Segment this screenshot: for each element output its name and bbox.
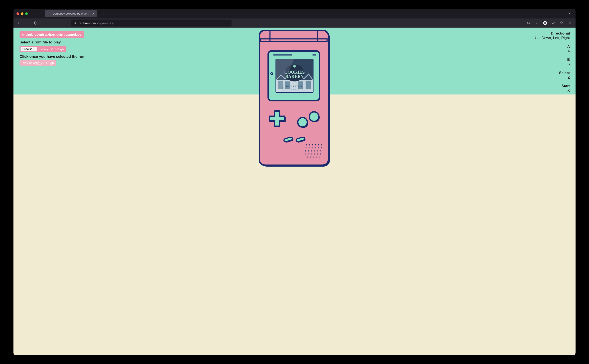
a-button[interactable]: [309, 112, 320, 122]
account-avatar-icon: R: [543, 21, 547, 25]
svg-rect-25: [306, 81, 311, 89]
svg-point-61: [307, 156, 308, 158]
file-input[interactable]: Browse... bakery_v1.0.3.gb: [19, 46, 66, 52]
svg-point-26: [293, 65, 296, 68]
svg-point-42: [321, 144, 322, 145]
svg-point-40: [315, 144, 316, 145]
svg-point-46: [315, 148, 316, 149]
game-press-start: PRESS START: [286, 85, 302, 88]
controls-start-hdr: Start: [535, 84, 570, 88]
controls-b: S: [568, 62, 570, 66]
window-zoom-icon[interactable]: [25, 12, 28, 15]
browse-button[interactable]: Browse...: [20, 47, 37, 52]
github-link[interactable]: github.com/raphamorim/gameboy: [19, 31, 84, 38]
search-icon: [73, 21, 77, 25]
svg-point-62: [310, 156, 311, 158]
svg-point-43: [306, 148, 307, 149]
eyedropper-button[interactable]: [550, 20, 557, 26]
downloads-button[interactable]: [533, 20, 540, 26]
svg-point-54: [320, 150, 321, 152]
svg-point-37: [306, 144, 307, 145]
svg-point-57: [311, 154, 312, 155]
extensions-button[interactable]: [558, 20, 565, 26]
svg-point-53: [317, 150, 318, 152]
svg-point-59: [317, 154, 318, 155]
svg-point-45: [312, 148, 313, 149]
svg-point-32: [298, 117, 307, 127]
svg-point-51: [311, 150, 312, 152]
svg-point-65: [319, 156, 321, 158]
tab-close-icon[interactable]: ✕: [92, 12, 95, 15]
b-button[interactable]: [298, 117, 308, 128]
window-close-icon[interactable]: [17, 12, 19, 15]
tab-title: Gameboy powered by WebAssembly: [52, 12, 90, 15]
svg-point-48: [321, 148, 322, 149]
svg-point-56: [308, 154, 309, 155]
controls-select-hdr: Select: [535, 71, 570, 75]
svg-point-2: [74, 22, 76, 24]
svg-point-60: [320, 154, 321, 155]
controls-select: Z: [568, 75, 570, 79]
svg-point-30: [309, 112, 319, 121]
browser-window: Gameboy powered by WebAssembly ✕ ＋ rapha…: [13, 9, 576, 355]
pocket-button[interactable]: [525, 20, 532, 26]
controls-directional: Up, Down, Left, Right: [535, 36, 570, 40]
url-text: raphamorim.io/gameboy: [79, 21, 114, 25]
browser-toolbar: raphamorim.io/gameboy R: [13, 19, 576, 28]
nav-forward-button[interactable]: [24, 20, 31, 26]
svg-point-44: [309, 148, 310, 149]
controls-a: A: [568, 49, 570, 53]
svg-point-52: [314, 150, 315, 152]
nav-back-button[interactable]: [16, 20, 23, 26]
address-bar[interactable]: raphamorim.io/gameboy: [71, 20, 232, 26]
svg-point-49: [305, 150, 306, 152]
svg-point-55: [305, 154, 306, 155]
svg-point-63: [313, 156, 315, 158]
select-rom-label: Select a rom file to play: [19, 40, 66, 45]
svg-point-47: [318, 148, 319, 149]
game-title-line2: BAKERY: [285, 74, 304, 79]
nav-reload-button[interactable]: [32, 20, 39, 26]
tabs-overflow-button[interactable]: [566, 10, 572, 17]
gameboy-device: COOKIES BAKERY PRESS START CREDITS: [259, 30, 330, 168]
window-traffic-lights: [17, 12, 28, 15]
controls-b-hdr: B: [535, 57, 570, 62]
svg-point-64: [317, 156, 317, 158]
svg-point-58: [314, 154, 315, 155]
svg-point-41: [318, 144, 319, 145]
controls-directional-hdr: Directional: [535, 31, 570, 36]
play-instruction-label: Click once you have selected the rom: [19, 54, 85, 59]
controls-legend: DirectionalUp, Down, Left, Right AA BS S…: [535, 31, 570, 97]
play-section: Click once you have selected the rom Pla…: [19, 54, 85, 65]
svg-point-38: [309, 144, 310, 145]
tab-strip: Gameboy powered by WebAssembly ✕ ＋: [13, 9, 576, 19]
play-button[interactable]: Play bakery_v1.0.3.gb: [19, 60, 56, 65]
game-screen: COOKIES BAKERY PRESS START CREDITS: [276, 59, 313, 92]
controls-start: X: [568, 88, 570, 92]
game-credits: CREDITS: [290, 88, 299, 91]
controls-a-hdr: A: [535, 44, 570, 49]
page-content: github.com/raphamorim/gameboy Select a r…: [13, 28, 576, 355]
selected-file-name: bakery_v1.0.3.gb: [39, 47, 64, 51]
browser-tab[interactable]: Gameboy powered by WebAssembly ✕: [45, 10, 97, 17]
window-minimize-icon[interactable]: [21, 12, 23, 15]
new-tab-button[interactable]: ＋: [101, 11, 107, 17]
svg-line-3: [76, 24, 76, 24]
app-menu-button[interactable]: [566, 20, 573, 26]
favicon-placeholder-icon: [47, 12, 50, 15]
svg-point-39: [312, 144, 313, 145]
svg-point-50: [308, 150, 309, 152]
rom-select-section: Select a rom file to play Browse... bake…: [19, 40, 66, 52]
account-button[interactable]: R: [542, 20, 549, 26]
